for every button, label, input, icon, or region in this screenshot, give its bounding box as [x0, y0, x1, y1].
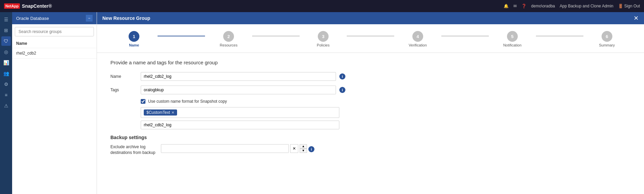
stepper: 1 Name 2 Resources 3 Policies — [110, 31, 631, 47]
step-2: 2 Resources — [205, 31, 252, 47]
icon-sidebar: ☰ ⊞ 🛡 ◎ 📊 👥 ⚙ ≡ ⚠ — [0, 12, 12, 194]
custom-name-checkbox-row: Use custom name format for Snapshot copy — [141, 99, 631, 104]
step-label-5: Notification — [503, 43, 521, 47]
collapse-sidebar-button[interactable]: − — [86, 15, 93, 22]
step-connector-1-2 — [158, 36, 205, 36]
content-title: New Resource Group — [102, 15, 150, 21]
tags-row: Tags i — [110, 86, 631, 94]
step-circle-6[interactable]: 6 — [602, 31, 612, 42]
topology-nav-icon[interactable]: ⚙ — [1, 79, 11, 89]
netapp-logo: NetApp — [4, 3, 20, 9]
resource-sidebar-header: Oracle Database − — [12, 12, 97, 24]
tags-input[interactable] — [141, 86, 336, 94]
step-6: 6 Summary — [583, 31, 631, 47]
search-container — [12, 24, 97, 39]
step-3: 3 Policies — [300, 31, 347, 47]
warning-nav-icon[interactable]: ⚠ — [1, 101, 11, 110]
menu-nav-icon[interactable]: ☰ — [1, 15, 11, 24]
step-connector-3-4 — [347, 36, 394, 36]
step-circle-5[interactable]: 5 — [507, 31, 518, 42]
step-4: 4 Verification — [394, 31, 441, 47]
spinner-up-button[interactable]: ▲ — [300, 144, 307, 149]
shield-nav-icon[interactable]: 🛡 — [1, 36, 11, 46]
name-row: Name i — [110, 72, 631, 81]
step-connector-2-3 — [252, 36, 299, 36]
step-circle-3[interactable]: 3 — [318, 31, 329, 42]
step-connector-4-5 — [441, 36, 488, 36]
custom-name-checkbox[interactable] — [141, 99, 145, 104]
spinner-group: ▲ ▼ — [300, 144, 307, 153]
step-circle-2[interactable]: 2 — [223, 31, 234, 42]
top-nav-right: 🔔 ✉ ❓ demo\oradba App Backup and Clone A… — [504, 4, 640, 8]
step-label-4: Verification — [409, 43, 427, 47]
exclude-archive-label: Exclude archive log destinations from ba… — [110, 144, 158, 156]
step-label-6: Summary — [599, 43, 615, 47]
custom-text-tag: $CustomText ✕ — [144, 109, 177, 116]
tags-info-icon[interactable]: i — [339, 87, 345, 93]
db-label: Oracle Database — [16, 16, 49, 21]
search-input[interactable] — [15, 27, 94, 36]
bell-icon[interactable]: 🔔 — [504, 4, 509, 8]
step-connector-5-6 — [536, 36, 583, 36]
tags-label: Tags — [110, 86, 137, 92]
step-label-1: Name — [129, 43, 139, 47]
circle-nav-icon[interactable]: ◎ — [1, 47, 11, 57]
custom-text-tag-close[interactable]: ✕ — [171, 110, 174, 115]
top-navbar: NetApp SnapCenter® 🔔 ✉ ❓ demo\oradba App… — [0, 0, 644, 12]
form-title: Provide a name and tags for the resource… — [110, 60, 631, 65]
name-input[interactable] — [141, 72, 336, 81]
role-label: App Backup and Clone Admin — [560, 4, 613, 8]
exclude-archive-input[interactable] — [161, 144, 289, 153]
list-nav-icon[interactable]: ≡ — [1, 90, 11, 100]
help-icon[interactable]: ❓ — [521, 4, 527, 8]
exclude-archive-info-icon[interactable]: i — [308, 146, 314, 152]
grid-nav-icon[interactable]: ⊞ — [1, 26, 11, 35]
content-header: New Resource Group ✕ — [97, 12, 644, 24]
resource-sidebar: Oracle Database − Name rhel2_cdb2 — [12, 12, 97, 194]
custom-name-checkbox-label: Use custom name format for Snapshot copy — [148, 99, 227, 104]
main-content: New Resource Group ✕ 1 Name 2 Resources — [97, 12, 644, 194]
resource-list-item[interactable]: rhel2_cdb2 — [12, 48, 97, 59]
stepper-container: 1 Name 2 Resources 3 Policies — [97, 24, 644, 53]
step-label-2: Resources — [220, 43, 238, 47]
resource-list-column-header: Name — [12, 39, 97, 48]
signout-button[interactable]: 🚪 Sign Out — [618, 4, 640, 8]
top-nav-left: NetApp SnapCenter® — [4, 3, 52, 9]
custom-text-tag-label: $CustomText — [146, 110, 170, 115]
custom-text-tag-area: $CustomText ✕ — [141, 107, 339, 118]
spinner-down-button[interactable]: ▼ — [300, 149, 307, 153]
main-layout: ☰ ⊞ 🛡 ◎ 📊 👥 ⚙ ≡ ⚠ Oracle Database − Name… — [0, 12, 644, 194]
people-nav-icon[interactable]: 👥 — [1, 69, 11, 78]
close-button[interactable]: ✕ — [634, 15, 639, 21]
mail-icon[interactable]: ✉ — [513, 4, 517, 8]
user-info: demo\oradba — [531, 4, 555, 8]
product-name: SnapCenter® — [22, 3, 52, 9]
exclude-archive-input-group: ✕ ▲ ▼ i — [161, 144, 314, 153]
barchart-nav-icon[interactable]: 📊 — [1, 58, 11, 67]
step-5: 5 Notification — [489, 31, 536, 47]
name-label: Name — [110, 72, 137, 79]
name-info-icon[interactable]: i — [339, 73, 345, 79]
step-1: 1 Name — [110, 31, 158, 47]
step-label-3: Policies — [317, 43, 330, 47]
step-circle-1[interactable]: 1 — [129, 31, 139, 42]
form-area: Provide a name and tags for the resource… — [97, 53, 644, 194]
step-circle-4[interactable]: 4 — [412, 31, 423, 42]
exclude-archive-row: Exclude archive log destinations from ba… — [110, 144, 631, 156]
backup-section-title: Backup settings — [110, 135, 631, 140]
custom-name-input[interactable] — [141, 121, 339, 129]
app-logo: NetApp SnapCenter® — [4, 3, 52, 9]
exclude-archive-clear-button[interactable]: ✕ — [290, 144, 298, 153]
